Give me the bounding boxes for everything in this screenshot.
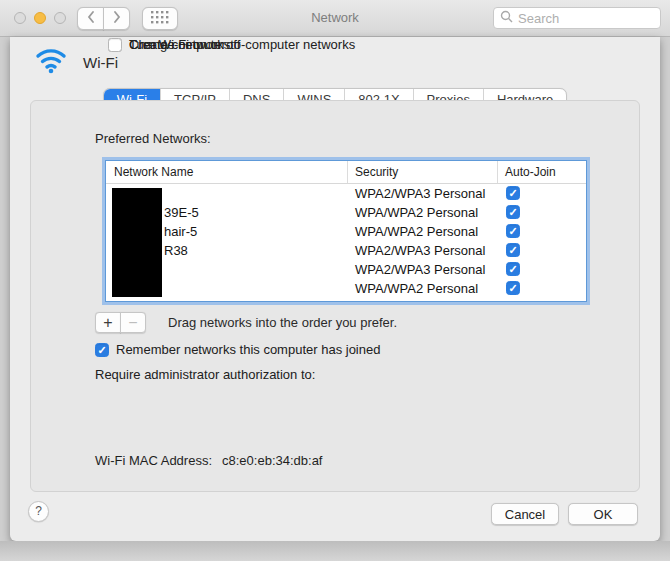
column-divider: [347, 161, 348, 183]
remove-network-button[interactable]: −: [120, 312, 146, 333]
show-all-button[interactable]: [142, 7, 178, 30]
mac-address-label: Wi-Fi MAC Address:: [95, 453, 212, 468]
network-name-cell: hair-5: [164, 224, 197, 239]
zoom-button[interactable]: [54, 12, 66, 24]
mac-address-row: Wi-Fi MAC Address:c8:e0:eb:34:db:af: [95, 453, 323, 468]
auto-join-checkbox[interactable]: [506, 262, 520, 276]
search-icon: [500, 9, 513, 27]
preferred-networks-label: Preferred Networks:: [95, 131, 211, 146]
column-header-security: Security: [355, 165, 398, 179]
table-header: Network Name Security Auto-Join: [106, 161, 586, 184]
admin-authorization-label: Require administrator authorization to:: [95, 367, 315, 382]
chevron-left-icon: [87, 11, 95, 26]
wifi-icon: [34, 46, 68, 78]
add-network-button[interactable]: +: [95, 312, 121, 333]
wifi-header: Wi-Fi: [34, 46, 118, 78]
admin-option-row: Turn Wi-Fi on or off: [108, 37, 240, 52]
back-button[interactable]: [77, 7, 104, 30]
close-button[interactable]: [14, 12, 26, 24]
auto-join-checkbox[interactable]: [506, 224, 520, 238]
add-remove-controls: + −: [95, 312, 146, 333]
admin-option-checkbox[interactable]: [108, 38, 122, 52]
table-row[interactable]: R38 WPA2/WPA3 Personal: [106, 241, 586, 260]
grid-icon: [151, 11, 169, 27]
column-header-auto-join: Auto-Join: [505, 165, 556, 179]
security-cell: WPA/WPA2 Personal: [355, 281, 478, 296]
chevron-right-icon: [113, 11, 121, 26]
forward-button[interactable]: [103, 7, 130, 30]
network-name-cell: 39E-5: [164, 205, 199, 220]
redaction-overlay: [112, 188, 162, 297]
help-button[interactable]: ?: [28, 501, 49, 522]
security-cell: WPA/WPA2 Personal: [355, 205, 478, 220]
page-title: Wi-Fi: [83, 54, 118, 71]
auto-join-checkbox[interactable]: [506, 205, 520, 219]
security-cell: WPA2/WPA3 Personal: [355, 243, 485, 258]
security-cell: WPA2/WPA3 Personal: [355, 262, 485, 277]
ok-button[interactable]: OK: [568, 503, 638, 525]
minimize-button[interactable]: [34, 12, 46, 24]
table-row[interactable]: WPA/WPA2 Personal: [106, 279, 586, 298]
remember-networks-label: Remember networks this computer has join…: [116, 342, 380, 357]
cancel-button[interactable]: Cancel: [491, 503, 559, 525]
table-row[interactable]: WPA2/WPA3 Personal: [106, 260, 586, 279]
security-cell: WPA/WPA2 Personal: [355, 224, 478, 239]
network-name-cell: R38: [164, 243, 188, 258]
mac-address-value: c8:e0:eb:34:db:af: [222, 453, 322, 468]
window-background-strip: [0, 541, 670, 561]
table-row[interactable]: 39E-5 WPA/WPA2 Personal: [106, 203, 586, 222]
wifi-advanced-sheet: Wi-Fi Wi-FiTCP/IPDNSWINS802.1XProxiesHar…: [10, 37, 660, 541]
table-body: WPA2/WPA3 Personal 39E-5 WPA/WPA2 Person…: [106, 184, 586, 298]
admin-option-label: Turn Wi-Fi on or off: [129, 37, 240, 52]
table-row[interactable]: WPA2/WPA3 Personal: [106, 184, 586, 203]
remember-networks-option: Remember networks this computer has join…: [95, 342, 380, 357]
auto-join-checkbox[interactable]: [506, 281, 520, 295]
nav-buttons: [77, 7, 130, 30]
column-header-network-name: Network Name: [114, 165, 193, 179]
auto-join-checkbox[interactable]: [506, 186, 520, 200]
table-row[interactable]: hair-5 WPA/WPA2 Personal: [106, 222, 586, 241]
preferred-networks-table[interactable]: Network Name Security Auto-Join WPA2/WPA…: [105, 160, 587, 302]
titlebar: Network: [0, 0, 670, 37]
drag-hint-text: Drag networks into the order you prefer.: [168, 315, 397, 330]
auto-join-checkbox[interactable]: [506, 243, 520, 257]
security-cell: WPA2/WPA3 Personal: [355, 186, 485, 201]
search-input[interactable]: [518, 11, 654, 26]
search-field[interactable]: [493, 7, 661, 29]
column-divider: [497, 161, 498, 183]
remember-networks-checkbox[interactable]: [95, 343, 109, 357]
